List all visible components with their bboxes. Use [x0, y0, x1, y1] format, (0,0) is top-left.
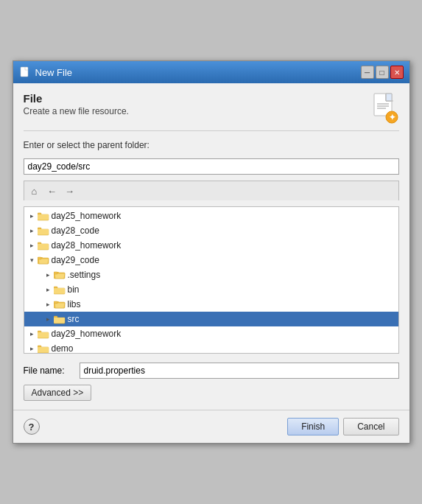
tree-item[interactable]: ▸ day25_homework [24, 209, 398, 223]
tree-item[interactable]: ▸ demo [24, 341, 398, 354]
footer-right: Finish Cancel [287, 418, 398, 435]
svg-rect-20 [38, 257, 41, 259]
new-file-icon: ✦ [371, 92, 399, 125]
file-name-row: File name: [24, 363, 399, 379]
folder-open-icon [54, 298, 66, 310]
window-title: New File [35, 67, 73, 78]
cancel-button[interactable]: Cancel [343, 418, 398, 435]
tree-view[interactable]: ▸ day25_homework▸ day28_code▸ day28_home… [24, 206, 399, 354]
tree-item[interactable]: ▸ bin [24, 282, 398, 297]
maximize-button[interactable]: □ [376, 66, 389, 79]
finish-button[interactable]: Finish [287, 418, 339, 435]
file-name-input[interactable] [80, 363, 399, 379]
footer-left: ? [24, 419, 40, 435]
window-icon [19, 66, 31, 78]
tree-item-label: day29_homework [52, 329, 122, 339]
tree-expand-icon: ▸ [27, 211, 38, 221]
folder-closed-icon [54, 313, 66, 325]
tree-item[interactable]: ▸ day28_code [24, 223, 398, 238]
advanced-button[interactable]: Advanced >> [24, 385, 92, 401]
section-header: File Create a new file resource. ✦ [24, 92, 399, 131]
section-subtitle: Create a new file resource. [24, 106, 129, 116]
tree-item-label: libs [68, 299, 81, 309]
tree-expand-icon: ▸ [27, 240, 38, 251]
svg-rect-31 [54, 301, 57, 304]
tree-expand-icon: ▸ [27, 329, 38, 339]
tree-expand-icon: ▸ [27, 225, 38, 236]
folder-closed-icon [38, 210, 49, 222]
help-button[interactable]: ? [24, 419, 40, 435]
svg-rect-13 [38, 229, 49, 234]
tree-item[interactable]: ▸ .settings [24, 267, 398, 282]
advanced-section: Advanced >> [24, 385, 399, 401]
tree-item-label: day29_code [52, 255, 99, 265]
section-info: File Create a new file resource. [24, 92, 129, 116]
svg-rect-34 [54, 318, 65, 323]
title-bar-left: New File [19, 66, 73, 78]
folder-closed-icon [38, 239, 49, 251]
title-controls: ─ □ ✕ [361, 66, 404, 79]
tree-item-label: demo [52, 343, 74, 354]
svg-rect-10 [38, 214, 49, 220]
tree-item-label: day25_homework [52, 211, 122, 221]
tree-forward-button[interactable]: → [63, 183, 77, 198]
folder-closed-icon [38, 343, 49, 354]
folder-label: Enter or select the parent folder: [24, 140, 399, 150]
svg-rect-27 [54, 288, 65, 293]
tree-back-button[interactable]: ← [45, 183, 60, 198]
tree-item-label: .settings [68, 270, 101, 280]
section-icon: ✦ [367, 92, 399, 125]
tree-item-label: day28_code [52, 225, 99, 236]
tree-expand-icon: ▾ [27, 255, 38, 265]
bottom-section: File name: Advanced >> [24, 363, 399, 401]
folder-open-icon [54, 269, 66, 281]
svg-rect-40 [38, 347, 49, 352]
section-title: File [24, 92, 129, 105]
folder-input[interactable] [24, 158, 399, 175]
tree-expand-icon: ▸ [43, 270, 54, 280]
tree-item-label: day28_homework [52, 240, 122, 251]
svg-rect-0 [21, 67, 28, 77]
svg-marker-2 [386, 94, 392, 101]
tree-item-label: src [68, 314, 80, 324]
file-name-label: File name: [24, 365, 74, 376]
svg-text:✦: ✦ [388, 113, 395, 122]
dialog-window: New File ─ □ ✕ File Create a new file re… [13, 60, 410, 444]
tree-expand-icon: ▸ [43, 284, 54, 295]
tree-item[interactable]: ▸ libs [24, 297, 398, 312]
tree-item[interactable]: ▸ day29_homework [24, 326, 398, 341]
tree-expand-icon: ▸ [43, 314, 54, 324]
svg-rect-37 [38, 332, 49, 337]
folder-closed-icon [38, 328, 49, 340]
svg-rect-24 [54, 272, 57, 274]
tree-item[interactable]: ▾ day29_code [24, 253, 398, 267]
folder-closed-icon [38, 225, 49, 237]
close-button[interactable]: ✕ [390, 66, 404, 79]
tree-expand-icon: ▸ [27, 343, 38, 354]
minimize-button[interactable]: ─ [361, 66, 374, 79]
tree-expand-icon: ▸ [43, 299, 54, 309]
tree-home-button[interactable]: ⌂ [27, 183, 42, 198]
tree-item[interactable]: ▸ day28_homework [24, 238, 398, 253]
title-bar: New File ─ □ ✕ [13, 61, 409, 83]
tree-item[interactable]: ▸ src [24, 312, 398, 326]
svg-rect-16 [38, 244, 49, 249]
folder-closed-icon [54, 284, 66, 295]
dialog-footer: ? Finish Cancel [13, 410, 409, 443]
dialog-content: File Create a new file resource. ✦ [13, 83, 409, 410]
folder-open-icon [38, 254, 49, 266]
tree-toolbar: ⌂ ← → [24, 181, 399, 200]
tree-item-label: bin [68, 284, 80, 295]
